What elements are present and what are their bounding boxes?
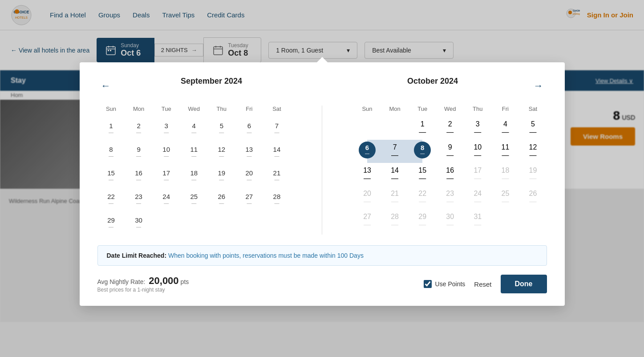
sept-day-24[interactable]: 24—: [153, 187, 180, 211]
sept-day-26[interactable]: 26—: [208, 187, 235, 211]
right-month-title: October 2024: [336, 77, 530, 86]
oct-day-14[interactable]: 14—: [381, 163, 409, 186]
done-button[interactable]: Done: [501, 275, 547, 293]
oct-day-3[interactable]: 3—: [464, 117, 491, 140]
oct-day-22: 22—: [409, 186, 436, 209]
oct-day-header-wed: Wed: [436, 105, 464, 117]
sept-day-21[interactable]: 21—: [263, 164, 291, 187]
day-header-sun: Sun: [97, 105, 125, 117]
oct-day-2[interactable]: 2—: [436, 117, 464, 140]
september-grid: 1—2—3—4—5—6—7—8—9—10—11—12—13—14—15—16—1…: [97, 117, 291, 235]
sept-day-25[interactable]: 25—: [180, 187, 208, 211]
oct-day-12[interactable]: 12—: [519, 140, 547, 163]
oct-day-29: 29—: [409, 209, 436, 232]
sept-day-headers: Sun Mon Tue Wed Thu Fri Sat: [97, 105, 291, 117]
use-points-checkbox[interactable]: [424, 280, 432, 288]
avg-rate-label-text: Avg Nightly Rate:: [97, 278, 146, 285]
sept-day-4[interactable]: 4—: [180, 117, 208, 140]
calendar-popup: ← September 2024 October 2024 → Sun Mon …: [80, 62, 565, 306]
sept-day-22[interactable]: 22—: [97, 187, 125, 211]
avg-rate-value: 20,000: [149, 275, 178, 286]
use-points-text: Use Points: [435, 280, 466, 288]
oct-day-28: 28—: [381, 209, 409, 232]
avg-rate-unit: pts: [181, 278, 189, 285]
oct-empty-0: [353, 117, 381, 140]
sept-day-14[interactable]: 14—: [263, 140, 291, 164]
sept-day-29[interactable]: 29—: [97, 211, 125, 235]
oct-day-30: 30—: [436, 209, 464, 232]
reset-button[interactable]: Reset: [474, 280, 491, 288]
sept-day-15[interactable]: 15—: [97, 164, 125, 187]
oct-day-13[interactable]: 13—: [353, 163, 381, 186]
sept-day-10[interactable]: 10—: [153, 140, 180, 164]
sept-day-13[interactable]: 13—: [235, 140, 263, 164]
sept-day-18[interactable]: 18—: [180, 164, 208, 187]
oct-day-8[interactable]: 8—: [409, 140, 436, 163]
oct-day-header-tue: Tue: [409, 105, 436, 117]
avg-rate-sub: Best prices for a 1-night stay: [97, 287, 189, 293]
left-month-title: September 2024: [114, 77, 309, 86]
sept-day-12[interactable]: 12—: [208, 140, 235, 164]
oct-day-9[interactable]: 9—: [436, 140, 464, 163]
oct-day-header-fri: Fri: [491, 105, 519, 117]
october-grid: 1—2—3—4—5—6—7—8—9—10—11—12—13—14—15—16—1…: [353, 117, 547, 232]
sept-day-23[interactable]: 23—: [125, 187, 153, 211]
oct-day-26: 26—: [519, 186, 547, 209]
oct-day-19: 19—: [519, 163, 547, 186]
date-limit-highlight: 100 Days: [337, 252, 364, 259]
sept-day-27[interactable]: 27—: [235, 187, 263, 211]
oct-day-header-sun: Sun: [353, 105, 381, 117]
sept-day-5[interactable]: 5—: [208, 117, 235, 140]
sept-day-28[interactable]: 28—: [263, 187, 291, 211]
sept-day-2[interactable]: 2—: [125, 117, 153, 140]
oct-day-15[interactable]: 15—: [409, 163, 436, 186]
oct-day-header-thu: Thu: [464, 105, 491, 117]
footer-actions: Use Points Reset Done: [424, 275, 547, 293]
day-header-tue: Tue: [153, 105, 180, 117]
sept-day-19[interactable]: 19—: [208, 164, 235, 187]
sept-day-3[interactable]: 3—: [153, 117, 180, 140]
sept-day-7[interactable]: 7—: [263, 117, 291, 140]
oct-day-6[interactable]: 6—: [353, 140, 381, 163]
sept-day-17[interactable]: 17—: [153, 164, 180, 187]
date-limit-notice: Date Limit Reached: When booking with po…: [97, 245, 547, 266]
oct-day-4[interactable]: 4—: [491, 117, 519, 140]
oct-day-25: 25—: [491, 186, 519, 209]
oct-day-header-mon: Mon: [381, 105, 409, 117]
oct-empty-1: [381, 117, 409, 140]
use-points-label[interactable]: Use Points: [424, 280, 466, 288]
date-limit-bold: Date Limit Reached:: [107, 252, 167, 259]
oct-day-1[interactable]: 1—: [409, 117, 436, 140]
calendars-row: Sun Mon Tue Wed Thu Fri Sat 1—2—3—4—5—6—…: [97, 105, 547, 235]
oct-day-7[interactable]: 7—: [381, 140, 409, 163]
oct-day-10[interactable]: 10—: [464, 140, 491, 163]
sept-day-11[interactable]: 11—: [180, 140, 208, 164]
oct-day-20: 20—: [353, 186, 381, 209]
sept-day-8[interactable]: 8—: [97, 140, 125, 164]
sept-day-9[interactable]: 9—: [125, 140, 153, 164]
october-calendar: Sun Mon Tue Wed Thu Fri Sat 1—2—3—4—5—6—…: [353, 105, 547, 235]
oct-day-27: 27—: [353, 209, 381, 232]
oct-day-17: 17—: [464, 163, 491, 186]
avg-rate-label: Avg Nightly Rate: 20,000pts: [97, 278, 189, 285]
prev-month-button[interactable]: ←: [97, 78, 114, 93]
next-month-button[interactable]: →: [530, 78, 547, 93]
day-header-sat: Sat: [263, 105, 291, 117]
oct-day-31: 31—: [464, 209, 491, 232]
oct-day-24: 24—: [464, 186, 491, 209]
oct-day-18: 18—: [491, 163, 519, 186]
sept-day-1[interactable]: 1—: [97, 117, 125, 140]
day-header-wed: Wed: [180, 105, 208, 117]
oct-day-21: 21—: [381, 186, 409, 209]
day-header-thu: Thu: [208, 105, 235, 117]
sept-day-30[interactable]: 30—: [125, 211, 153, 235]
sept-day-20[interactable]: 20—: [235, 164, 263, 187]
day-header-fri: Fri: [235, 105, 263, 117]
oct-day-5[interactable]: 5—: [519, 117, 547, 140]
date-limit-text: When booking with points, reservations m…: [166, 252, 337, 259]
sept-day-6[interactable]: 6—: [235, 117, 263, 140]
sept-day-16[interactable]: 16—: [125, 164, 153, 187]
oct-day-11[interactable]: 11—: [491, 140, 519, 163]
calendar-header: ← September 2024 October 2024 →: [97, 77, 547, 95]
oct-day-16[interactable]: 16—: [436, 163, 464, 186]
